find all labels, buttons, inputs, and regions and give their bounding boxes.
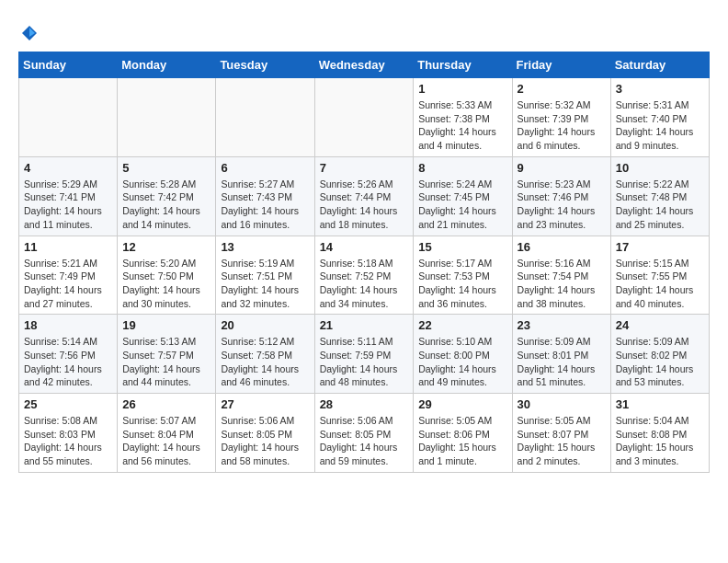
day-info: Sunrise: 5:16 AM Sunset: 7:54 PM Dayligh… — [518, 257, 606, 311]
day-number: 18 — [24, 318, 112, 332]
day-number: 20 — [221, 318, 309, 332]
day-number: 10 — [616, 161, 704, 175]
day-info: Sunrise: 5:07 AM Sunset: 8:04 PM Dayligh… — [122, 414, 210, 468]
day-cell: 9Sunrise: 5:23 AM Sunset: 7:46 PM Daylig… — [512, 156, 610, 236]
day-cell: 19Sunrise: 5:13 AM Sunset: 7:57 PM Dayli… — [118, 315, 216, 394]
day-number: 2 — [518, 82, 606, 96]
day-info: Sunrise: 5:17 AM Sunset: 7:53 PM Dayligh… — [418, 257, 506, 311]
day-cell: 21Sunrise: 5:11 AM Sunset: 7:59 PM Dayli… — [314, 315, 414, 394]
day-header-thursday: Thursday — [414, 52, 512, 78]
day-cell: 11Sunrise: 5:21 AM Sunset: 7:49 PM Dayli… — [19, 236, 118, 315]
day-cell: 10Sunrise: 5:22 AM Sunset: 7:48 PM Dayli… — [610, 156, 709, 236]
day-info: Sunrise: 5:23 AM Sunset: 7:46 PM Dayligh… — [518, 178, 606, 232]
day-number: 27 — [221, 397, 309, 411]
day-info: Sunrise: 5:13 AM Sunset: 7:57 PM Dayligh… — [122, 335, 210, 389]
day-info: Sunrise: 5:28 AM Sunset: 7:42 PM Dayligh… — [122, 178, 210, 232]
day-number: 7 — [320, 161, 409, 175]
day-cell: 13Sunrise: 5:19 AM Sunset: 7:51 PM Dayli… — [216, 236, 314, 315]
day-number: 30 — [518, 397, 606, 411]
day-info: Sunrise: 5:09 AM Sunset: 8:02 PM Dayligh… — [616, 335, 704, 389]
day-info: Sunrise: 5:27 AM Sunset: 7:43 PM Dayligh… — [221, 178, 309, 232]
day-number: 4 — [24, 161, 112, 175]
day-cell: 6Sunrise: 5:27 AM Sunset: 7:43 PM Daylig… — [216, 156, 314, 236]
day-cell: 14Sunrise: 5:18 AM Sunset: 7:52 PM Dayli… — [314, 236, 414, 315]
day-info: Sunrise: 5:06 AM Sunset: 8:05 PM Dayligh… — [221, 414, 309, 468]
day-cell: 27Sunrise: 5:06 AM Sunset: 8:05 PM Dayli… — [216, 394, 314, 473]
day-number: 29 — [418, 397, 506, 411]
day-info: Sunrise: 5:06 AM Sunset: 8:05 PM Dayligh… — [320, 414, 409, 468]
logo-icon — [20, 24, 39, 42]
day-cell: 29Sunrise: 5:05 AM Sunset: 8:06 PM Dayli… — [414, 394, 512, 473]
day-cell: 1Sunrise: 5:33 AM Sunset: 7:38 PM Daylig… — [414, 78, 512, 157]
day-cell: 18Sunrise: 5:14 AM Sunset: 7:56 PM Dayli… — [19, 315, 118, 394]
day-number: 1 — [418, 82, 506, 96]
day-info: Sunrise: 5:29 AM Sunset: 7:41 PM Dayligh… — [24, 178, 112, 232]
day-cell: 25Sunrise: 5:08 AM Sunset: 8:03 PM Dayli… — [19, 394, 118, 473]
day-number: 6 — [221, 161, 309, 175]
day-info: Sunrise: 5:20 AM Sunset: 7:50 PM Dayligh… — [122, 257, 210, 311]
day-number: 8 — [418, 161, 506, 175]
day-info: Sunrise: 5:09 AM Sunset: 8:01 PM Dayligh… — [518, 335, 606, 389]
header — [18, 18, 710, 42]
week-row-4: 18Sunrise: 5:14 AM Sunset: 7:56 PM Dayli… — [19, 315, 710, 394]
day-number: 19 — [122, 318, 210, 332]
day-cell: 5Sunrise: 5:28 AM Sunset: 7:42 PM Daylig… — [118, 156, 216, 236]
days-header-row: SundayMondayTuesdayWednesdayThursdayFrid… — [19, 52, 710, 78]
day-header-tuesday: Tuesday — [216, 52, 314, 78]
calendar: SundayMondayTuesdayWednesdayThursdayFrid… — [18, 52, 710, 473]
day-cell: 24Sunrise: 5:09 AM Sunset: 8:02 PM Dayli… — [610, 315, 709, 394]
week-row-2: 4Sunrise: 5:29 AM Sunset: 7:41 PM Daylig… — [19, 156, 710, 236]
day-info: Sunrise: 5:18 AM Sunset: 7:52 PM Dayligh… — [320, 257, 409, 311]
day-number: 3 — [616, 82, 704, 96]
day-cell — [118, 78, 216, 157]
day-info: Sunrise: 5:31 AM Sunset: 7:40 PM Dayligh… — [616, 98, 704, 153]
day-cell: 30Sunrise: 5:05 AM Sunset: 8:07 PM Dayli… — [512, 394, 610, 473]
day-cell: 20Sunrise: 5:12 AM Sunset: 7:58 PM Dayli… — [216, 315, 314, 394]
day-number: 5 — [122, 161, 210, 175]
day-cell: 3Sunrise: 5:31 AM Sunset: 7:40 PM Daylig… — [610, 78, 709, 157]
day-number: 24 — [616, 318, 704, 332]
day-info: Sunrise: 5:10 AM Sunset: 8:00 PM Dayligh… — [418, 335, 506, 389]
day-number: 31 — [616, 397, 704, 411]
day-cell — [314, 78, 414, 157]
day-cell: 26Sunrise: 5:07 AM Sunset: 8:04 PM Dayli… — [118, 394, 216, 473]
day-cell: 17Sunrise: 5:15 AM Sunset: 7:55 PM Dayli… — [610, 236, 709, 315]
day-info: Sunrise: 5:11 AM Sunset: 7:59 PM Dayligh… — [320, 335, 409, 389]
day-cell: 16Sunrise: 5:16 AM Sunset: 7:54 PM Dayli… — [512, 236, 610, 315]
day-number: 17 — [616, 240, 704, 254]
day-cell — [19, 78, 118, 157]
day-info: Sunrise: 5:15 AM Sunset: 7:55 PM Dayligh… — [616, 257, 704, 311]
day-cell: 4Sunrise: 5:29 AM Sunset: 7:41 PM Daylig… — [19, 156, 118, 236]
day-number: 22 — [418, 318, 506, 332]
day-number: 15 — [418, 240, 506, 254]
day-cell: 28Sunrise: 5:06 AM Sunset: 8:05 PM Dayli… — [314, 394, 414, 473]
day-number: 11 — [24, 240, 112, 254]
day-number: 25 — [24, 397, 112, 411]
day-header-sunday: Sunday — [19, 52, 118, 78]
day-number: 12 — [122, 240, 210, 254]
day-header-monday: Monday — [118, 52, 216, 78]
day-info: Sunrise: 5:26 AM Sunset: 7:44 PM Dayligh… — [320, 178, 409, 232]
day-cell: 7Sunrise: 5:26 AM Sunset: 7:44 PM Daylig… — [314, 156, 414, 236]
day-header-friday: Friday — [512, 52, 610, 78]
day-number: 23 — [518, 318, 606, 332]
day-info: Sunrise: 5:05 AM Sunset: 8:07 PM Dayligh… — [518, 414, 606, 468]
day-number: 26 — [122, 397, 210, 411]
day-cell: 23Sunrise: 5:09 AM Sunset: 8:01 PM Dayli… — [512, 315, 610, 394]
day-cell — [216, 78, 314, 157]
week-row-5: 25Sunrise: 5:08 AM Sunset: 8:03 PM Dayli… — [19, 394, 710, 473]
day-cell: 8Sunrise: 5:24 AM Sunset: 7:45 PM Daylig… — [414, 156, 512, 236]
day-number: 21 — [320, 318, 409, 332]
logo — [18, 18, 39, 42]
day-number: 28 — [320, 397, 409, 411]
day-number: 13 — [221, 240, 309, 254]
day-cell: 2Sunrise: 5:32 AM Sunset: 7:39 PM Daylig… — [512, 78, 610, 157]
day-info: Sunrise: 5:21 AM Sunset: 7:49 PM Dayligh… — [24, 257, 112, 311]
day-cell: 15Sunrise: 5:17 AM Sunset: 7:53 PM Dayli… — [414, 236, 512, 315]
day-info: Sunrise: 5:19 AM Sunset: 7:51 PM Dayligh… — [221, 257, 309, 311]
day-cell: 22Sunrise: 5:10 AM Sunset: 8:00 PM Dayli… — [414, 315, 512, 394]
day-header-wednesday: Wednesday — [314, 52, 414, 78]
day-info: Sunrise: 5:12 AM Sunset: 7:58 PM Dayligh… — [221, 335, 309, 389]
day-number: 16 — [518, 240, 606, 254]
day-cell: 31Sunrise: 5:04 AM Sunset: 8:08 PM Dayli… — [610, 394, 709, 473]
